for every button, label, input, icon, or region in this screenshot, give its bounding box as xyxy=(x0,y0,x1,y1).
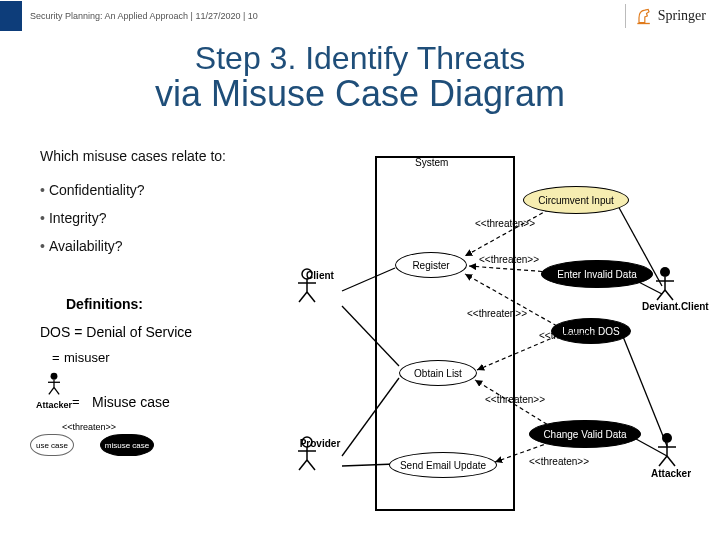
slide-title: Step 3. Identify Threats via Misuse Case… xyxy=(0,40,720,115)
actor-provider: Provider xyxy=(295,436,345,449)
brand-logo: Springer xyxy=(634,6,720,26)
title-line-2: via Misuse Case Diagram xyxy=(0,73,720,115)
svg-line-34 xyxy=(665,290,673,300)
stereo-threaten-1: <<threaten>> xyxy=(475,218,535,229)
svg-line-29 xyxy=(307,460,315,470)
svg-line-28 xyxy=(299,460,307,470)
bullet-availability: •Availability? xyxy=(40,232,145,260)
slide-root: Security Planning: An Applied Approach |… xyxy=(0,0,720,540)
svg-line-5 xyxy=(54,387,59,394)
svg-line-6 xyxy=(342,268,395,291)
prompt-text: Which misuse cases relate to: xyxy=(40,148,226,164)
usecase-send-email: Send Email Update xyxy=(389,452,497,478)
svg-line-23 xyxy=(299,292,307,302)
definition-dos: DOS = Denial of Service xyxy=(40,324,192,340)
actor-attacker-label: Attacker xyxy=(651,468,691,479)
actor-client: Client xyxy=(295,268,345,281)
misuse-case-diagram: System xyxy=(307,156,712,516)
stereo-threaten-4: <<threaten>> xyxy=(539,330,599,341)
header-accent-bar xyxy=(0,1,22,31)
stereo-threaten-3: <<threaten>> xyxy=(467,308,527,319)
bullet-confidentiality: •Confidentiality? xyxy=(40,176,145,204)
cia-bullets: •Confidentiality? •Integrity? •Availabil… xyxy=(40,176,145,260)
stereo-threaten-5: <<threaten>> xyxy=(485,394,545,405)
svg-point-35 xyxy=(662,433,672,443)
svg-line-8 xyxy=(342,378,399,456)
legend-attacker-label: Attacker xyxy=(34,400,74,410)
svg-line-4 xyxy=(49,387,54,394)
misuse-change-valid-data: Change Valid Data xyxy=(529,420,641,448)
stick-figure-icon xyxy=(653,266,677,302)
svg-line-24 xyxy=(307,292,315,302)
usecase-register: Register xyxy=(395,252,467,278)
svg-point-1 xyxy=(51,373,58,380)
svg-line-15 xyxy=(469,266,549,272)
definitions-heading: Definitions: xyxy=(66,296,143,312)
title-line-1: Step 3. Identify Threats xyxy=(0,40,720,77)
svg-point-20 xyxy=(302,269,312,279)
svg-point-30 xyxy=(660,267,670,277)
stick-figure-icon xyxy=(45,372,63,396)
header-divider xyxy=(625,4,626,28)
bullet-integrity: •Integrity? xyxy=(40,204,145,232)
svg-line-14 xyxy=(465,206,555,256)
svg-line-9 xyxy=(342,464,395,466)
legend-attacker-actor: Attacker xyxy=(34,372,74,410)
stereo-threaten-2: <<threaten>> xyxy=(479,254,539,265)
stick-figure-icon xyxy=(295,268,319,304)
svg-point-25 xyxy=(302,437,312,447)
breadcrumb: Security Planning: An Applied Approach |… xyxy=(30,11,258,21)
legend-threaten-label: <<threaten>> xyxy=(62,422,116,432)
misuse-circumvent-input: Circumvent Input xyxy=(523,186,629,214)
svg-line-33 xyxy=(657,290,665,300)
svg-line-38 xyxy=(659,456,667,466)
legend-use-case-ellipse: use case xyxy=(30,434,74,456)
stick-figure-icon xyxy=(655,432,679,468)
diagram-connectors xyxy=(307,156,712,516)
brand-text: Springer xyxy=(658,8,706,24)
legend-misuser: misuser xyxy=(64,350,110,365)
stereo-threaten-6: <<threaten>> xyxy=(529,456,589,467)
legend-misuse-case: Misuse case xyxy=(92,394,170,410)
svg-line-7 xyxy=(342,306,399,366)
springer-horse-icon xyxy=(634,6,654,26)
svg-line-39 xyxy=(667,456,675,466)
misuse-enter-invalid-data: Enter Invalid Data xyxy=(541,260,653,288)
stick-figure-icon xyxy=(295,436,319,472)
slide-header: Security Planning: An Applied Approach |… xyxy=(0,0,720,32)
legend-misuse-case-ellipse: misuse case xyxy=(100,434,154,456)
svg-line-17 xyxy=(477,336,557,370)
usecase-obtain-list: Obtain List xyxy=(399,360,477,386)
actor-deviant-client-label: Deviant.Client xyxy=(642,301,709,312)
